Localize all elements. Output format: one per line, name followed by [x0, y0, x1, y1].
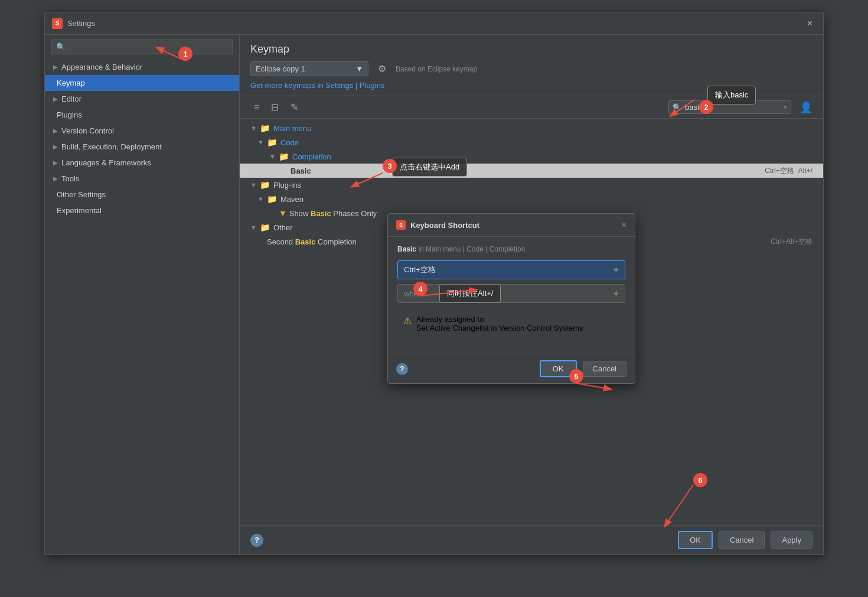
sidebar-item-experimental[interactable]: Experimental: [45, 203, 239, 218]
dialog-help-button[interactable]: ?: [396, 363, 408, 375]
close-button[interactable]: ×: [804, 17, 816, 30]
expand-arrow: ▶: [53, 175, 58, 182]
tree-row[interactable]: ▼ 📁 Plug-ins: [240, 178, 823, 192]
tree-item-label: Plug-ins: [273, 181, 301, 190]
warning-text: Already assigned to: Set Active Changeli…: [416, 315, 583, 332]
folder-icon: 📁: [260, 123, 270, 133]
user-icon[interactable]: 👤: [800, 101, 812, 114]
sidebar-item-label: Version Control: [61, 126, 114, 135]
tree-expand-arrow: ▼: [257, 195, 265, 203]
folder-icon: 📁: [267, 138, 277, 147]
tree-expand-arrow: ▼: [269, 153, 276, 160]
keymap-dropdown[interactable]: Eclipse copy 1 ▼: [250, 61, 368, 76]
sidebar-item-vcs[interactable]: ▶ Version Control: [45, 123, 239, 139]
tree-expand-arrow: ▼: [250, 224, 257, 231]
cancel-button[interactable]: Cancel: [719, 531, 765, 549]
sidebar-item-label: Keymap: [57, 79, 85, 87]
tree-expand-arrow: ▼: [250, 125, 257, 132]
folder-icon: 📁: [260, 223, 270, 232]
tree-item-label: Main menu: [273, 124, 311, 133]
warning-row: ⚠ Already assigned to: Set Active Change…: [397, 310, 625, 337]
dialog-cancel-button[interactable]: Cancel: [583, 361, 626, 377]
sidebar-item-label: Editor: [61, 94, 81, 103]
sidebar-item-label: Other Settings: [57, 190, 106, 199]
tree-expand-arrow: ▼: [257, 139, 265, 146]
tree-row[interactable]: ▼ 📁 Maven: [240, 192, 823, 206]
settings-window: S Settings × 🔍 ▶ Appearance & Behavior K…: [44, 12, 824, 555]
clear-search-button[interactable]: ×: [783, 103, 787, 112]
when-label: when:: [404, 289, 425, 298]
expand-arrow: ▶: [53, 96, 58, 102]
get-more-link[interactable]: Get more keymaps in Settings | Plugins: [250, 81, 384, 90]
based-on-label: Based on Eclipse keymap: [396, 65, 477, 73]
panel-header: Keymap Eclipse copy 1 ▼ ⚙ Based on Eclip…: [240, 35, 823, 96]
tree-item-label: Code: [280, 138, 299, 147]
sidebar-search-input[interactable]: [66, 43, 228, 51]
sidebar-item-label: Experimental: [57, 206, 102, 215]
add-when-button[interactable]: +: [614, 288, 619, 299]
keymap-selector: Eclipse copy 1 ▼ ⚙ Based on Eclipse keym…: [250, 61, 812, 76]
tree-row[interactable]: ▼ 📁 Main menu: [240, 121, 823, 135]
expand-arrow: ▶: [53, 143, 58, 150]
apply-button[interactable]: Apply: [771, 531, 812, 549]
warning-icon: ⚠: [403, 315, 412, 327]
ok-button[interactable]: OK: [678, 531, 713, 549]
help-button[interactable]: ?: [250, 534, 263, 547]
second-shortcut-row[interactable]: when: +: [397, 284, 625, 303]
dialog-buttons: ? OK Cancel: [388, 354, 635, 383]
add-shortcut-button[interactable]: +: [614, 265, 619, 275]
sidebar-item-keymap[interactable]: Keymap: [45, 75, 239, 91]
first-shortcut-text: Ctrl+空格: [404, 265, 609, 275]
shortcut-label: Ctrl+空格 Alt+/: [765, 166, 812, 176]
expand-arrow: ▶: [53, 128, 58, 134]
dialog-subtitle: Basic in Main menu | Code | Completion: [397, 245, 625, 253]
tree-item-label: Basic: [291, 167, 311, 175]
sidebar: 🔍 ▶ Appearance & Behavior Keymap ▶ Edito…: [45, 35, 240, 554]
sidebar-item-appearance[interactable]: ▶ Appearance & Behavior: [45, 59, 239, 75]
edit-button[interactable]: ✎: [287, 100, 302, 115]
sidebar-item-label: Languages & Frameworks: [61, 158, 151, 167]
sidebar-item-other-settings[interactable]: Other Settings: [45, 187, 239, 203]
sidebar-item-editor[interactable]: ▶ Editor: [45, 91, 239, 107]
sidebar-item-plugins[interactable]: Plugins: [45, 107, 239, 123]
dialog-app-icon: S: [396, 220, 406, 230]
title-bar: S Settings ×: [45, 12, 823, 35]
sidebar-item-label: Appearance & Behavior: [61, 63, 142, 71]
tree-expand-arrow: ▼: [250, 181, 257, 188]
tree-item-label: Show Basic Phases Only: [289, 209, 377, 218]
dialog-body: Basic in Main menu | Code | Completion C…: [388, 237, 635, 354]
dialog-close-button[interactable]: ×: [621, 220, 626, 230]
sidebar-item-build[interactable]: ▶ Build, Execution, Deployment: [45, 139, 239, 155]
dropdown-arrow: ▼: [355, 64, 363, 73]
window-title: Settings: [67, 19, 804, 28]
dialog-ok-button[interactable]: OK: [540, 360, 577, 377]
bottom-bar: ? OK Cancel Apply: [240, 525, 823, 554]
keymap-search-input[interactable]: [685, 103, 779, 112]
dialog-title: Keyboard Shortcut: [410, 221, 621, 230]
dropdown-value: Eclipse copy 1: [256, 64, 305, 73]
collapse-all-button[interactable]: ⊟: [267, 100, 282, 115]
sidebar-item-label: Plugins: [57, 110, 82, 119]
dialog-subtitle-context: in Main menu | Code | Completion: [418, 245, 525, 253]
tree-row[interactable]: ▼ 📁 Code: [240, 135, 823, 149]
dialog-subtitle-bold: Basic: [397, 245, 416, 253]
first-shortcut-row[interactable]: Ctrl+空格 +: [397, 260, 625, 279]
tree-item-label: Maven: [280, 195, 304, 204]
tree-row-basic[interactable]: Basic Ctrl+空格 Alt+/: [240, 164, 823, 178]
tree-item-label: Second Basic Completion: [267, 237, 357, 246]
filter-icon: ▼: [279, 208, 287, 218]
dialog-title-bar: S Keyboard Shortcut ×: [388, 214, 635, 237]
expand-arrow: ▶: [53, 64, 58, 70]
sidebar-item-languages[interactable]: ▶ Languages & Frameworks: [45, 155, 239, 171]
sidebar-item-label: Tools: [61, 174, 79, 183]
folder-icon: 📁: [267, 194, 277, 204]
warning-item: Set Active Changelist in Version Control…: [416, 324, 583, 332]
sidebar-search[interactable]: 🔍: [51, 40, 233, 54]
toolbar-row: ≡ ⊟ ✎ 🔍 × 👤: [240, 96, 823, 119]
sidebar-item-tools[interactable]: ▶ Tools: [45, 171, 239, 187]
expand-all-button[interactable]: ≡: [250, 100, 263, 115]
tree-row[interactable]: ▼ 📁 Completion: [240, 149, 823, 164]
gear-button[interactable]: ⚙: [374, 61, 390, 76]
app-icon: S: [52, 18, 63, 29]
folder-icon: 📁: [260, 180, 270, 190]
